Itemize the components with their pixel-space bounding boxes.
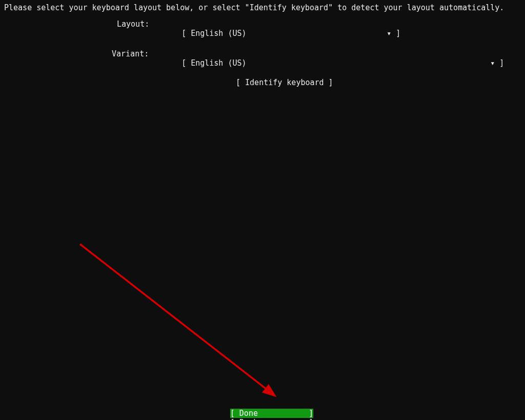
variant-label: Variant: [112, 49, 149, 58]
layout-selector[interactable]: [ English (US) [163, 19, 247, 47]
bracket-open: [ [181, 29, 191, 38]
bracket-open: [ [181, 58, 191, 68]
variant-selector-end[interactable]: ▾ ] [472, 49, 504, 77]
layout-selector-end[interactable]: ▾ ] [368, 19, 400, 47]
layout-value: English (US) [191, 29, 246, 38]
chevron-down-icon: ▾ [387, 29, 391, 38]
layout-label: Layout: [117, 19, 149, 29]
instruction-text: Please select your keyboard layout below… [4, 3, 504, 12]
bracket-close: ] [495, 58, 504, 68]
chevron-down-icon: ▾ [490, 58, 495, 68]
variant-value: English (US) [191, 58, 246, 68]
variant-selector[interactable]: [ English (US) [163, 49, 247, 77]
svg-line-1 [80, 244, 274, 395]
bracket-close: ] [391, 29, 400, 38]
back-button[interactable]: [ Back ] [230, 418, 314, 420]
identify-keyboard-button[interactable]: [ Identify keyboard ] [236, 78, 333, 87]
keyboard-layout-screen: Please select your keyboard layout below… [0, 0, 525, 420]
footer-back-row: [ Back ] [0, 409, 525, 420]
annotation-arrow-icon [0, 0, 525, 420]
